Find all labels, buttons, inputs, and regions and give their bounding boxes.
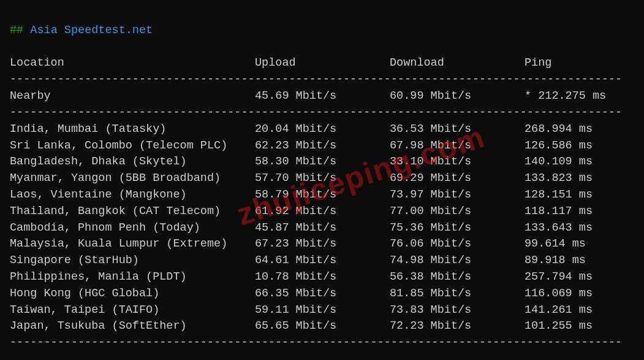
row-ping: 118.117 ms <box>525 204 593 220</box>
row-download: 74.98 Mbit/s <box>390 253 525 269</box>
title-hash: ## <box>10 24 23 37</box>
row-ping: 126.586 ms <box>525 138 593 155</box>
row-upload: 10.78 Mbit/s <box>255 269 390 286</box>
row-upload: 61.92 Mbit/s <box>255 204 390 220</box>
row-download: 75.36 Mbit/s <box>390 220 525 237</box>
row-upload: 58.30 Mbit/s <box>255 154 390 170</box>
row-ping: 89.918 ms <box>525 253 586 269</box>
row-ping: 257.794 ms <box>525 269 593 286</box>
row-upload: 67.23 Mbit/s <box>255 236 390 253</box>
row-ping: 116.069 ms <box>525 286 593 302</box>
row-location: Myanmar, Yangon (5BB Broadband) <box>10 170 255 187</box>
row-download: 73.83 Mbit/s <box>390 302 525 319</box>
row-location: Taiwan, Taipei (TAIFO) <box>10 302 255 319</box>
row-location: Cambodia, Phnom Penh (Today) <box>10 220 255 237</box>
row-download: 36.53 Mbit/s <box>390 121 525 138</box>
row-upload: 66.35 Mbit/s <box>255 286 390 302</box>
row-ping: 133.643 ms <box>525 220 593 237</box>
row-download: 72.23 Mbit/s <box>390 318 525 335</box>
row-location: Laos, Vientaine (Mangkone) <box>10 187 255 204</box>
row-upload: 20.04 Mbit/s <box>255 121 390 138</box>
row-location: Thailand, Bangkok (CAT Telecom) <box>10 204 255 220</box>
title-text: Asia Speedtest.net <box>30 24 153 37</box>
row-ping: 128.151 ms <box>525 187 593 204</box>
row-ping: 140.109 ms <box>525 154 593 170</box>
row-upload: 65.65 Mbit/s <box>255 318 390 335</box>
row-download: 56.38 Mbit/s <box>390 269 525 286</box>
nearby-ping: * 212.275 ms <box>525 88 606 105</box>
header-download: Download <box>390 55 525 72</box>
divider: ----------------------------------------… <box>10 106 622 119</box>
row-location: Singapore (StarHub) <box>10 253 255 269</box>
header-upload: Upload <box>255 55 390 72</box>
row-upload: 58.79 Mbit/s <box>255 187 390 204</box>
row-location: Malaysia, Kuala Lumpur (Extreme) <box>10 236 255 253</box>
row-location: Hong Kong (HGC Global) <box>10 286 255 302</box>
row-upload: 59.11 Mbit/s <box>255 302 390 319</box>
row-download: 73.97 Mbit/s <box>390 187 525 204</box>
divider: ----------------------------------------… <box>10 336 622 349</box>
row-download: 76.06 Mbit/s <box>390 236 525 253</box>
row-location: Japan, Tsukuba (SoftEther) <box>10 318 255 335</box>
speedtest-rows: India, Mumbai (Tatasky)20.04 Mbit/s36.53… <box>10 121 634 335</box>
row-upload: 57.70 Mbit/s <box>255 170 390 187</box>
terminal-output: ## Asia Speedtest.net LocationUploadDown… <box>0 0 644 358</box>
row-upload: 64.61 Mbit/s <box>255 253 390 269</box>
header-ping: Ping <box>525 55 551 72</box>
row-upload: 45.87 Mbit/s <box>255 220 390 237</box>
row-download: 33.10 Mbit/s <box>390 154 525 170</box>
nearby-download: 60.99 Mbit/s <box>390 88 525 105</box>
row-location: Sri Lanka, Colombo (Telecom PLC) <box>10 138 255 155</box>
row-download: 69.29 Mbit/s <box>390 170 525 187</box>
row-location: Bangladesh, Dhaka (Skytel) <box>10 154 255 170</box>
row-location: India, Mumbai (Tatasky) <box>10 121 255 138</box>
row-ping: 133.823 ms <box>525 170 593 187</box>
row-location: Philippines, Manila (PLDT) <box>10 269 255 286</box>
row-ping: 141.261 ms <box>525 302 593 319</box>
row-ping: 99.614 ms <box>525 236 586 253</box>
row-download: 67.98 Mbit/s <box>390 138 525 155</box>
nearby-label: Nearby <box>10 88 255 105</box>
row-download: 81.85 Mbit/s <box>390 286 525 302</box>
header-location: Location <box>10 55 255 72</box>
nearby-upload: 45.69 Mbit/s <box>255 88 390 105</box>
row-ping: 268.994 ms <box>525 121 593 138</box>
row-download: 77.00 Mbit/s <box>390 204 525 220</box>
row-upload: 62.23 Mbit/s <box>255 138 390 155</box>
divider: ----------------------------------------… <box>10 73 622 86</box>
row-ping: 101.255 ms <box>525 318 593 335</box>
